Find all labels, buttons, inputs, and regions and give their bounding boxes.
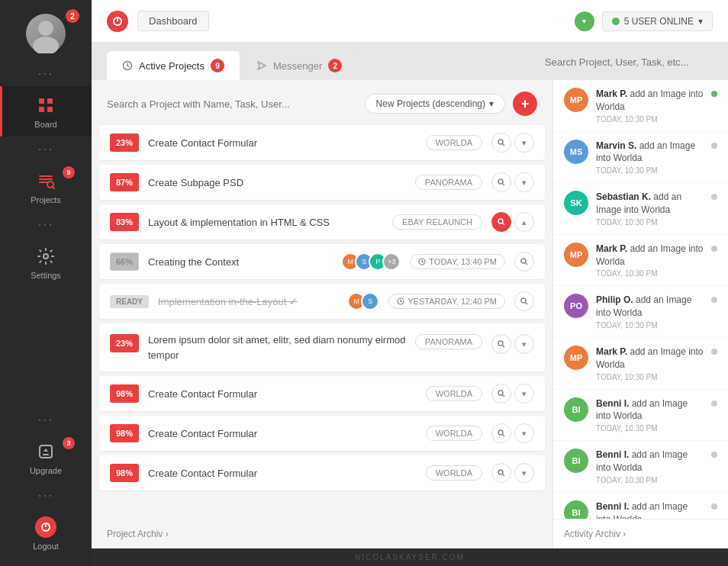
top-bar-left: Dashboard: [107, 11, 209, 32]
list-item: PO Philip O. add an Image into Worlda TO…: [553, 286, 728, 338]
tab-active-projects[interactable]: Active Projects 9: [107, 51, 240, 80]
activity-archiv-link[interactable]: Activity Archiv ›: [553, 519, 728, 548]
projects-badge: 9: [63, 166, 75, 178]
svg-point-15: [498, 140, 503, 144]
avatar-area: 2: [0, 0, 92, 61]
search-action-btn[interactable]: [491, 133, 511, 153]
search-action-btn[interactable]: [491, 423, 511, 443]
logout-icon: [34, 516, 57, 539]
expand-action-btn[interactable]: ▴: [514, 212, 534, 232]
top-bar: Dashboard ▾ 5 USER ONLINE ▾: [92, 0, 728, 42]
expand-action-btn[interactable]: ▾: [514, 463, 534, 483]
activity-archiv-label: Activity Archiv ›: [564, 529, 626, 539]
settings-icon: [34, 245, 57, 268]
sidebar-item-logout[interactable]: Logout: [0, 508, 92, 558]
project-tag[interactable]: EBAY RELAUNCH: [392, 214, 482, 230]
sidebar-item-projects[interactable]: 9 Projects: [0, 162, 92, 212]
expand-action-btn[interactable]: ▾: [514, 172, 534, 192]
upgrade-badge: 3: [63, 437, 75, 449]
activity-time: TODAY, 10:30 PM: [596, 115, 704, 124]
svg-rect-4: [39, 107, 44, 112]
search-action-btn[interactable]: [491, 172, 511, 192]
activity-avatar: BI: [564, 397, 588, 422]
user-dropdown-btn[interactable]: ▾: [575, 11, 594, 31]
users-online-btn[interactable]: 5 USER ONLINE ▾: [602, 11, 713, 31]
activity-content: Mark P. add an Image into Worlda TODAY, …: [596, 88, 704, 124]
project-name: Lorem ipsum dolor sit amet, elitr, sed d…: [148, 333, 406, 362]
project-actions: ▾: [491, 172, 534, 192]
table-row: 23% Lorem ipsum dolor sit amet, elitr, s…: [99, 323, 545, 371]
svg-point-27: [498, 341, 503, 346]
dashboard-button[interactable]: Dashboard: [137, 11, 209, 31]
svg-point-33: [498, 470, 503, 474]
list-item: MP Mark P. add an Image into Worlda TODA…: [553, 80, 728, 132]
expand-action-btn[interactable]: ▾: [514, 334, 534, 354]
activity-avatar: MP: [564, 88, 588, 112]
list-item: MP Mark P. add an Image into Worlda TODA…: [553, 235, 728, 287]
table-row: 87% Create Subpage PSD PANORAMA ▾: [99, 165, 545, 200]
sort-select[interactable]: New Projects (descending) ▾: [365, 94, 505, 114]
search-action-btn-active[interactable]: [491, 212, 511, 232]
footer: NICOLASKAYSER.COM: [92, 548, 728, 566]
messenger-count: 2: [328, 59, 342, 72]
percent-badge: 98%: [110, 464, 139, 482]
time-label: YESTARDAY, 12:40 PM: [407, 297, 497, 306]
activity-avatar: PO: [564, 294, 588, 318]
activity-time: TODAY, 10:30 PM: [596, 269, 704, 278]
search-action-btn[interactable]: [514, 252, 534, 272]
percent-badge: 83%: [110, 213, 139, 231]
activity-list: MP Mark P. add an Image into Worlda TODA…: [553, 80, 728, 519]
project-archiv-link[interactable]: Project Archiv ›: [92, 519, 552, 548]
sidebar-item-board[interactable]: Board: [0, 86, 92, 137]
user-avatar[interactable]: [26, 14, 66, 53]
project-name: Creating the Context: [148, 256, 332, 268]
search-action-btn[interactable]: [491, 334, 511, 354]
project-tag[interactable]: WORLDA: [426, 426, 482, 441]
search-action-btn[interactable]: [491, 463, 511, 483]
search-action-btn[interactable]: [514, 291, 534, 311]
project-tag[interactable]: WORLDA: [426, 386, 482, 401]
svg-point-25: [521, 298, 526, 303]
table-row: 23% Create Contact Formular WORLDA ▾: [99, 125, 545, 160]
expand-action-btn[interactable]: ▾: [514, 384, 534, 404]
project-actions: ▾: [491, 133, 534, 153]
avatar-badge: 2: [66, 9, 79, 23]
svg-line-23: [526, 263, 528, 265]
activity-avatar: MS: [564, 140, 588, 164]
table-row: 98% Create Contact Formular WORLDA ▾: [99, 455, 545, 490]
activity-content: Benni I. add an Image into Worlda TODAY,…: [596, 500, 704, 519]
clock-icon: [122, 60, 133, 71]
project-tag[interactable]: WORLDA: [426, 465, 482, 481]
expand-action-btn[interactable]: ▾: [514, 133, 534, 153]
add-project-button[interactable]: +: [513, 92, 537, 116]
activity-time: TODAY, 10:30 PM: [596, 424, 704, 433]
search-action-btn[interactable]: [491, 384, 511, 404]
percent-badge: 87%: [110, 173, 139, 191]
sidebar-item-upgrade[interactable]: 3 Upgrade: [0, 433, 92, 483]
list-item: MP Mark P. add an Image into Worlda TODA…: [553, 338, 728, 390]
projects-icon: [34, 169, 57, 192]
project-tag[interactable]: WORLDA: [426, 135, 482, 150]
expand-action-btn[interactable]: ▾: [514, 423, 534, 443]
project-actions: ▾: [491, 384, 534, 404]
upgrade-icon: [34, 440, 57, 463]
tab-messenger[interactable]: Messenger 2: [241, 51, 357, 80]
activity-text: Benni I. add an Image into Worlda: [596, 397, 704, 423]
project-tag[interactable]: PANORAMA: [415, 175, 482, 190]
sidebar-item-settings[interactable]: Settings: [0, 237, 92, 288]
project-actions: [514, 252, 534, 272]
activity-text: Benni I. add an Image into Worlda: [596, 500, 704, 519]
sort-label: New Projects (descending): [376, 98, 485, 109]
table-row: 98% Create Contact Formular WORLDA ▾: [99, 376, 545, 411]
activity-avatar: SK: [564, 191, 588, 215]
percent-badge: 23%: [110, 334, 139, 352]
project-search-input[interactable]: [107, 98, 357, 110]
time-badge: YESTARDAY, 12:40 PM: [388, 294, 505, 309]
upgrade-label: Upgrade: [30, 466, 62, 475]
project-tag[interactable]: PANORAMA: [415, 334, 482, 349]
global-search-input[interactable]: [545, 50, 713, 74]
time-label: TODAY, 13:40 PM: [429, 257, 497, 266]
sidebar-dots-5: ···: [37, 487, 53, 503]
chevron-icon: ▾: [698, 16, 703, 27]
avatars-group: M S: [347, 292, 379, 310]
